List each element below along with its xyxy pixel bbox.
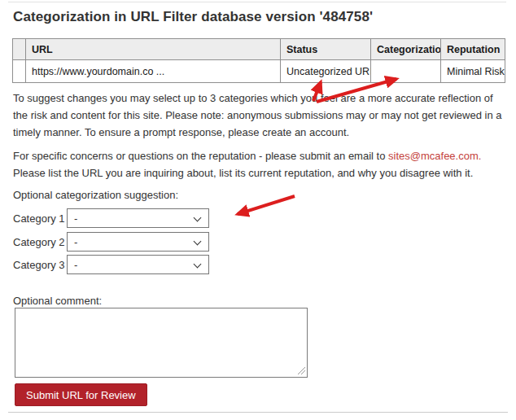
cell-status: Uncategorized URL xyxy=(281,60,371,83)
cell-blank xyxy=(13,60,26,83)
category-3-label: Category 3 xyxy=(13,259,67,271)
category-1-select[interactable]: - xyxy=(67,208,209,228)
category-1-selected-value: - xyxy=(74,212,77,225)
chevron-down-icon xyxy=(194,238,202,246)
table-row: https://www.yourdomain.co ... Uncategori… xyxy=(13,60,505,83)
category-1-row: Category 1 - xyxy=(13,208,209,228)
categorization-suggestion-label: Optional categorization suggestion: xyxy=(13,189,178,201)
reputation-concerns-text: For specific concerns or questions on th… xyxy=(13,147,506,182)
page-title: Categorization in URL Filter database ve… xyxy=(13,9,373,25)
category-2-row: Category 2 - xyxy=(13,232,209,252)
column-header-status: Status xyxy=(281,39,371,60)
category-3-select[interactable]: - xyxy=(67,255,209,274)
concerns-text-after: Please list the URL you are inquiring ab… xyxy=(13,167,473,179)
comment-textarea[interactable] xyxy=(15,308,308,378)
url-filter-categorization-page: Categorization in URL Filter database ve… xyxy=(0,0,516,420)
category-2-label: Category 2 xyxy=(13,236,67,248)
top-divider xyxy=(8,2,506,2)
annotation-arrow-category-select xyxy=(238,196,295,214)
concerns-text-before: For specific concerns or questions on th… xyxy=(13,150,388,162)
column-header-reputation: Reputation xyxy=(441,39,505,60)
cell-url: https://www.yourdomain.co ... xyxy=(26,60,281,83)
url-lookup-table: URL Status Categorization Reputation htt… xyxy=(12,38,505,83)
category-3-row: Category 3 - xyxy=(13,255,209,274)
table-header-row: URL Status Categorization Reputation xyxy=(13,39,505,60)
category-2-select[interactable]: - xyxy=(67,232,209,252)
column-header-blank xyxy=(13,39,26,60)
category-3-selected-value: - xyxy=(74,259,77,271)
category-1-label: Category 1 xyxy=(13,212,67,225)
submit-url-for-review-button[interactable]: Submit URL for Review xyxy=(15,383,147,406)
suggest-changes-text: To suggest changes you may select up to … xyxy=(13,90,506,141)
optional-comment-label: Optional comment: xyxy=(13,295,102,307)
mcafee-email-link[interactable]: sites@mcafee.com. xyxy=(388,150,481,162)
column-header-categorization: Categorization xyxy=(371,39,441,60)
cell-reputation: Minimal Risk xyxy=(441,60,505,83)
category-2-selected-value: - xyxy=(74,236,77,248)
chevron-down-icon xyxy=(194,214,202,222)
cell-categorization xyxy=(371,60,441,83)
column-header-url: URL xyxy=(26,39,281,60)
comment-field-wrapper xyxy=(15,308,308,378)
bottom-divider xyxy=(8,412,508,413)
chevron-down-icon xyxy=(194,260,202,269)
